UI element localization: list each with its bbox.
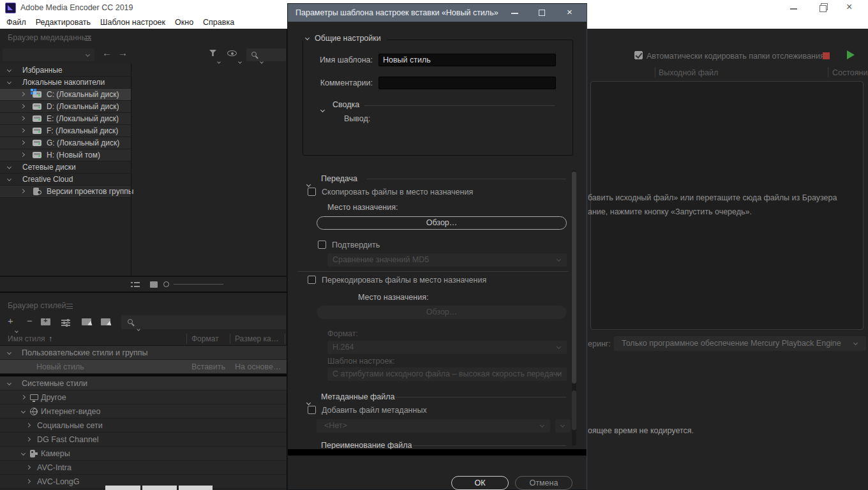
menu-item[interactable]: Файл (6, 16, 26, 29)
forward-icon[interactable]: → (118, 47, 128, 58)
dialog-scrollbar-thumb[interactable] (572, 390, 576, 430)
pane-divider[interactable] (131, 64, 131, 276)
preset-row[interactable]: Пользовательские стили и группы (0, 346, 287, 360)
chevron-down-icon[interactable] (7, 177, 11, 181)
preset-row[interactable]: Социальные сети (0, 419, 287, 433)
media-tree-item[interactable]: F: (Локальный диск) (0, 125, 131, 137)
comments-input[interactable] (378, 77, 556, 89)
column-divider[interactable] (230, 334, 230, 344)
preset-row[interactable]: AVC-Intra (0, 461, 287, 475)
preset-row[interactable]: Интернет-видео (0, 405, 287, 419)
summary-section-label[interactable]: Сводка (333, 100, 359, 109)
preset-search-input[interactable] (121, 315, 286, 329)
filter-icon[interactable] (209, 50, 216, 56)
auto-encode-checkbox[interactable] (634, 51, 643, 59)
cancel-button[interactable]: Отмена (515, 476, 572, 490)
restore-icon[interactable] (819, 5, 825, 11)
general-settings-header[interactable]: Общие настройки (303, 34, 387, 43)
chevron-right-icon[interactable] (20, 189, 25, 193)
chevron-right-icon[interactable] (26, 465, 31, 470)
preset-row[interactable]: Камеры (0, 447, 287, 461)
media-tree-item[interactable]: Creative Cloud (0, 174, 131, 186)
media-tree-item[interactable]: Сетевые диски (0, 161, 131, 174)
chevron-right-icon[interactable] (26, 423, 31, 427)
column-divider[interactable] (285, 334, 285, 344)
media-tree-item[interactable]: H: (Новый том) (0, 149, 131, 161)
media-tree-item[interactable]: Избранные (0, 64, 131, 77)
sort-ascending-icon[interactable]: ↑ (49, 334, 52, 343)
export-preset-icon[interactable] (101, 318, 110, 325)
media-tree-item[interactable]: Версии проектов группы (0, 186, 131, 198)
new-group-icon[interactable] (41, 318, 50, 325)
ok-button[interactable]: ОК (451, 476, 509, 490)
chevron-down-icon[interactable] (7, 68, 11, 72)
search-input[interactable] (246, 48, 286, 61)
chevron-right-icon[interactable] (20, 104, 25, 108)
browse-button[interactable]: Обзор… (317, 216, 567, 230)
zoom-slider-knob[interactable] (163, 281, 169, 287)
chevron-down-icon[interactable] (7, 80, 11, 84)
dialog-close-icon[interactable]: × (567, 6, 572, 17)
add-preset-icon[interactable]: + (8, 316, 13, 325)
chevron-right-icon[interactable] (20, 128, 25, 133)
menu-item[interactable]: Редактировать (36, 16, 91, 29)
verify-checkbox[interactable] (318, 241, 326, 249)
column-name[interactable]: Имя стиля (8, 334, 45, 343)
transcode-files-checkbox[interactable] (308, 276, 316, 284)
chevron-down-icon[interactable] (21, 409, 26, 413)
chevron-right-icon[interactable] (20, 152, 25, 157)
preset-row[interactable]: DG Fast Channel (0, 433, 287, 447)
start-queue-icon[interactable] (847, 50, 855, 59)
dialog-minimize-icon[interactable] (511, 13, 518, 14)
back-icon[interactable]: ← (102, 47, 112, 58)
media-tree-item[interactable]: E: (Локальный диск) (0, 113, 131, 125)
panel-menu-icon[interactable] (85, 36, 91, 41)
close-icon[interactable]: × (846, 1, 852, 13)
preset-settings-icon[interactable] (61, 318, 70, 326)
dialog-scrollbar-thumb[interactable] (572, 172, 576, 383)
media-tree-item[interactable]: C: (Локальный диск) (0, 89, 131, 101)
zoom-slider-track[interactable] (174, 284, 223, 285)
media-tree-item[interactable]: G: (Локальный диск) (0, 137, 131, 149)
chevron-right-icon[interactable] (20, 116, 25, 121)
minimize-icon[interactable] (790, 8, 797, 10)
list-view-icon[interactable] (131, 281, 140, 288)
transfer-section-label[interactable]: Передача (321, 174, 357, 183)
chevron-down-icon[interactable] (7, 350, 11, 355)
media-tree-item[interactable]: Локальные накопители (0, 77, 131, 89)
menu-item[interactable]: Справка (203, 16, 234, 29)
column-output-file[interactable]: Выходной файл (659, 68, 718, 77)
chevron-down-icon[interactable] (21, 451, 26, 456)
chevron-down-icon[interactable] (7, 165, 11, 169)
column-format[interactable]: Формат (191, 334, 219, 343)
verify-method-select[interactable]: Сравнение значений MD5 (327, 253, 567, 267)
queue-drop-area[interactable] (590, 81, 864, 330)
chevron-right-icon[interactable] (20, 92, 25, 96)
preset-name-input[interactable] (378, 54, 556, 66)
preset-row[interactable]: Системные стили (0, 376, 287, 390)
preset-row[interactable]: Другое (0, 390, 287, 405)
remove-preset-icon[interactable]: − (27, 316, 33, 325)
metadata-section-label[interactable]: Метаданные файла (321, 392, 395, 401)
import-preset-icon[interactable] (82, 318, 91, 325)
renderer-select[interactable]: Только программное обеспечение Mercury P… (614, 336, 866, 351)
copy-files-checkbox[interactable] (308, 188, 316, 196)
column-divider[interactable] (186, 334, 187, 344)
thumbnail-view-icon[interactable] (150, 281, 158, 288)
chevron-right-icon[interactable] (26, 437, 31, 442)
column-status[interactable]: Состояние (832, 68, 868, 77)
chevron-right-icon[interactable] (26, 479, 31, 484)
stop-queue-icon[interactable] (823, 52, 830, 59)
chevron-right-icon[interactable] (20, 140, 25, 145)
eye-icon[interactable] (227, 50, 237, 56)
media-tree-item[interactable]: D: (Локальный диск) (0, 101, 131, 113)
chevron-down-icon[interactable] (321, 103, 324, 114)
add-metadata-checkbox[interactable] (308, 406, 316, 414)
dialog-maximize-icon[interactable] (539, 10, 545, 16)
preset-row[interactable]: Новый стильВставитьНа основе… (0, 360, 287, 374)
chevron-right-icon[interactable] (21, 395, 26, 399)
chevron-down-icon[interactable] (7, 381, 11, 385)
rename-section-label[interactable]: Переименование файла (321, 441, 412, 450)
column-frame-size[interactable]: Размер ка… (235, 334, 279, 343)
menu-item[interactable]: Шаблон настроек (100, 16, 165, 29)
